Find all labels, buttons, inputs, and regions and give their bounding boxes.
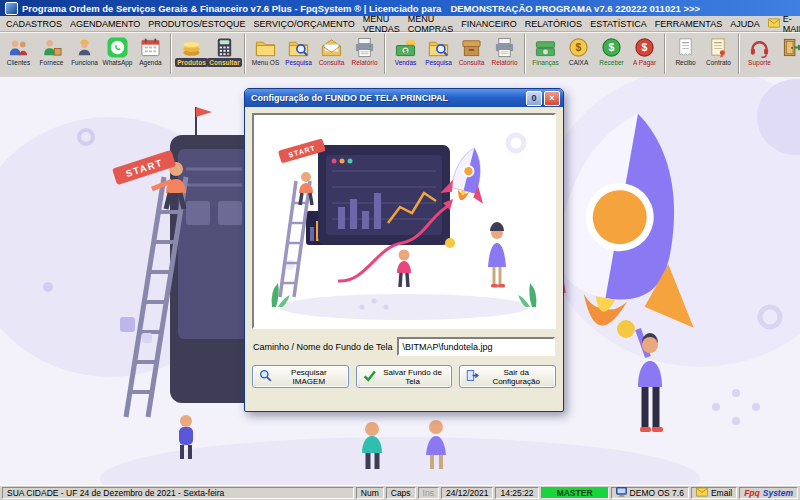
window-title-license: DEMONSTRAÇÃO PROGRAMA v7.6 220222 011021… bbox=[450, 3, 700, 14]
dialog-body: START bbox=[245, 107, 563, 411]
toolbar-separator bbox=[738, 34, 740, 74]
headset-icon bbox=[748, 36, 771, 58]
toolbar-button-label: Vendas bbox=[395, 58, 417, 67]
toolbar-button-label: Relatório bbox=[491, 58, 517, 67]
background-path-input[interactable] bbox=[397, 337, 555, 356]
status-location: SUA CIDADE - UF 24 de Dezembro de 2021 -… bbox=[2, 487, 354, 499]
menu-item-relatorios[interactable]: RELATÓRIOS bbox=[521, 18, 586, 30]
menu-item-servico-orcamento[interactable]: SERVIÇO/ORÇAMENTO bbox=[250, 18, 359, 30]
toolbar-button-label: Finanças bbox=[532, 58, 558, 67]
exit-icon bbox=[781, 36, 800, 58]
menu-item-label: E-MAIL bbox=[783, 14, 800, 34]
person-box-icon bbox=[40, 36, 63, 58]
toolbar-button-label: A Pagar bbox=[633, 58, 656, 67]
toolbar-button-label: Produtos bbox=[175, 58, 208, 67]
people-icon bbox=[7, 36, 30, 58]
envelope-icon bbox=[696, 487, 708, 499]
menu-item-label: PRODUTOS/ESTOQUE bbox=[148, 19, 245, 29]
menu-item-produtos-estoque[interactable]: PRODUTOS/ESTOQUE bbox=[144, 18, 249, 30]
toolbar-button-label: CAIXA bbox=[569, 58, 589, 67]
toolbar-button-whatsapp[interactable]: WhatsApp bbox=[101, 34, 134, 68]
toolbar-button-label: Recibo bbox=[675, 58, 695, 67]
menu-item-cadastros[interactable]: CADASTROS bbox=[2, 18, 66, 30]
toolbar-button-menu-os[interactable]: Menu OS bbox=[249, 34, 282, 68]
toolbar-button-pesquisa[interactable]: Pesquisa bbox=[422, 34, 455, 68]
toolbar-button-label: Pesquisa bbox=[425, 58, 452, 67]
dialog-minimize-button[interactable]: 0 bbox=[526, 91, 542, 106]
dollar-green-icon: $ bbox=[600, 36, 623, 58]
receipt-icon bbox=[674, 36, 697, 58]
toolbar-button-relatorio[interactable]: Relatório bbox=[488, 34, 521, 68]
check-icon bbox=[363, 369, 376, 384]
toolbar-button-consultar[interactable]: Consultar bbox=[208, 34, 241, 68]
brand-fpq: Fpq bbox=[744, 488, 760, 498]
toolbar-button-label: Funciona bbox=[71, 58, 98, 67]
toolbar-separator bbox=[384, 34, 386, 74]
toolbar-button-label: Consulta bbox=[459, 58, 485, 67]
menu-item-menu-compras[interactable]: MENU COMPRAS bbox=[404, 13, 458, 35]
exit-config-button[interactable]: Sair da Configuração bbox=[459, 365, 556, 388]
status-bar: SUA CIDADE - UF 24 de Dezembro de 2021 -… bbox=[0, 485, 800, 500]
dialog-title: Configuração do FUNDO DE TELA PRINCIPAL bbox=[251, 93, 524, 103]
toolbar-button-financas[interactable]: Finanças bbox=[529, 34, 562, 68]
svg-text:$: $ bbox=[642, 41, 648, 53]
status-brand-logo: FpqSystem bbox=[739, 487, 798, 499]
menu-item-label: ESTATÍSTICA bbox=[590, 19, 647, 29]
status-version-label: DEMO OS 7.6 bbox=[630, 488, 684, 498]
dialog-close-button[interactable]: × bbox=[544, 91, 560, 106]
save-background-button[interactable]: Salvar Fundo de Tela bbox=[356, 365, 453, 388]
svg-text:$: $ bbox=[404, 46, 408, 53]
toolbar-button-pesquisa[interactable]: Pesquisa bbox=[282, 34, 315, 68]
toolbar-button-contrato[interactable]: Contrato bbox=[702, 34, 735, 68]
status-date: 24/12/2021 bbox=[441, 487, 494, 499]
toolbar-separator bbox=[244, 34, 246, 74]
brand-system: System bbox=[763, 488, 793, 498]
toolbar-button-label: Relatório bbox=[351, 58, 377, 67]
status-email-button[interactable]: Email bbox=[691, 487, 737, 499]
toolbar-button-suporte[interactable]: Suporte bbox=[743, 34, 776, 68]
toolbar-button-clientes[interactable]: Clientes bbox=[2, 34, 35, 68]
toolbar-button-a-pagar[interactable]: $A Pagar bbox=[628, 34, 661, 68]
toolbar-button-label: Contrato bbox=[706, 58, 731, 67]
toolbar-button-fornece[interactable]: Fornece bbox=[35, 34, 68, 68]
toolbar-button-label: Suporte bbox=[748, 58, 771, 67]
menu-item-ferramentas[interactable]: FERRAMENTAS bbox=[651, 18, 726, 30]
toolbar-button-consulta[interactable]: Consulta bbox=[315, 34, 348, 68]
toolbar-button-exit[interactable] bbox=[776, 34, 800, 59]
save-background-button-label: Salvar Fundo de Tela bbox=[380, 368, 446, 386]
person-helmet-icon bbox=[73, 36, 96, 58]
toolbar-button-vendas[interactable]: $Vendas bbox=[389, 34, 422, 68]
toolbar-button-produtos[interactable]: Produtos bbox=[175, 34, 208, 68]
calculator-icon bbox=[213, 36, 236, 58]
toolbar-button-caixa[interactable]: $CAIXA bbox=[562, 34, 595, 68]
status-version: DEMO OS 7.6 bbox=[611, 487, 689, 499]
menu-item-label: SERVIÇO/ORÇAMENTO bbox=[254, 19, 355, 29]
background-path-label: Caminho / Nome do Fundo de Tela bbox=[253, 342, 392, 352]
toolbar-button-recibo[interactable]: Recibo bbox=[669, 34, 702, 68]
menu-item-e-mail[interactable]: E-MAIL bbox=[764, 13, 800, 35]
menu-item-menu-vendas[interactable]: MENU VENDAS bbox=[359, 13, 404, 35]
menu-item-label: AJUDA bbox=[730, 19, 760, 29]
mail-icon bbox=[768, 18, 780, 30]
toolbar-button-consulta[interactable]: Consulta bbox=[455, 34, 488, 68]
toolbar-button-receber[interactable]: $Receber bbox=[595, 34, 628, 68]
status-email-label: Email bbox=[711, 488, 732, 498]
toolbar-button-relatorio[interactable]: Relatório bbox=[348, 34, 381, 68]
printer-icon bbox=[353, 36, 376, 58]
monitor-icon bbox=[616, 487, 627, 499]
menu-item-agendamento[interactable]: AGENDAMENTO bbox=[66, 18, 144, 30]
toolbar-button-funciona[interactable]: Funciona bbox=[68, 34, 101, 68]
toolbar-separator bbox=[170, 34, 172, 74]
search-image-button-label: Pesquisar IMAGEM bbox=[276, 368, 342, 386]
search-image-button[interactable]: Pesquisar IMAGEM bbox=[252, 365, 349, 388]
status-num-lock: Num bbox=[356, 487, 384, 499]
toolbar-button-agenda[interactable]: Agenda bbox=[134, 34, 167, 68]
menu-item-label: RELATÓRIOS bbox=[525, 19, 582, 29]
folder-search-icon bbox=[427, 36, 450, 58]
dialog-titlebar[interactable]: Configuração do FUNDO DE TELA PRINCIPAL … bbox=[245, 89, 563, 107]
menu-item-estatistica[interactable]: ESTATÍSTICA bbox=[586, 18, 651, 30]
menu-item-financeiro[interactable]: FINANCEIRO bbox=[457, 18, 521, 30]
toolbar: ClientesForneceFuncionaWhatsAppAgendaPro… bbox=[0, 32, 800, 78]
search-icon bbox=[259, 369, 272, 384]
menu-item-ajuda[interactable]: AJUDA bbox=[726, 18, 764, 30]
